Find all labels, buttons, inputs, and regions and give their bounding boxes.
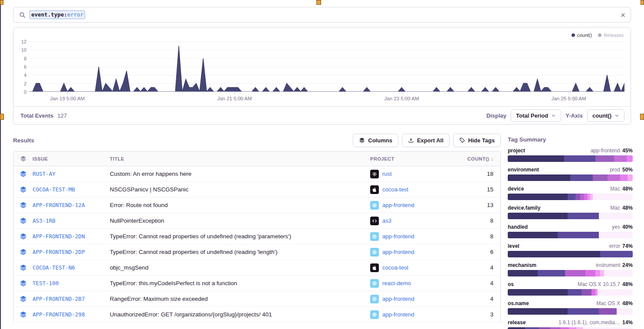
tag-bar-segment[interactable] bbox=[627, 155, 633, 162]
tag-bar-segment[interactable] bbox=[508, 289, 568, 296]
tag-bar-segment[interactable] bbox=[508, 251, 600, 257]
legend-item[interactable]: Releases bbox=[598, 33, 624, 38]
column-header-count[interactable]: COUNT() ↓ bbox=[462, 156, 500, 161]
project-link[interactable]: cocoa-test bbox=[382, 264, 408, 271]
tag-bar-segment[interactable] bbox=[570, 174, 593, 181]
tag-bar-segment[interactable] bbox=[538, 270, 565, 276]
tag-bar-segment[interactable] bbox=[595, 155, 614, 162]
issue-link[interactable]: COCOA-TEST-MB bbox=[33, 186, 75, 193]
issues-stack-icon[interactable] bbox=[13, 233, 33, 240]
tag-bar-segment[interactable] bbox=[575, 194, 581, 200]
tag-bar-segment[interactable] bbox=[582, 289, 591, 296]
tag-bar-segment[interactable] bbox=[539, 327, 550, 329]
tag-bar-segment[interactable] bbox=[585, 270, 595, 276]
tag-bar-segment[interactable] bbox=[620, 174, 628, 181]
tag-bar-segment[interactable] bbox=[508, 270, 538, 276]
project-link[interactable]: app-frontend bbox=[382, 249, 414, 255]
hide-tags-button[interactable]: Hide Tags bbox=[453, 134, 501, 147]
tag-bar-segment[interactable] bbox=[508, 155, 564, 162]
column-header-project[interactable]: PROJECT bbox=[370, 156, 462, 161]
issue-link[interactable]: COCOA-TEST-N6 bbox=[33, 264, 75, 271]
tag-bar-segment[interactable] bbox=[600, 270, 604, 276]
tag-bar-segment[interactable] bbox=[593, 174, 608, 181]
tag-bar-segment[interactable] bbox=[560, 327, 569, 329]
tag-bar-segment[interactable] bbox=[614, 155, 627, 162]
tag-bar-segment[interactable] bbox=[569, 327, 576, 329]
tag-bar-segment[interactable] bbox=[599, 213, 633, 219]
export-all-button[interactable]: Export All bbox=[402, 134, 450, 147]
tag-bar-segment[interactable] bbox=[580, 194, 584, 200]
tag-bar-segment[interactable] bbox=[583, 327, 633, 329]
tag-bar-segment[interactable] bbox=[508, 327, 525, 329]
close-icon[interactable]: × bbox=[621, 11, 625, 19]
tag-bar-segment[interactable] bbox=[508, 174, 570, 181]
tag-bar-segment[interactable] bbox=[584, 194, 588, 200]
tag-bar-segment[interactable] bbox=[576, 327, 582, 329]
search-bar[interactable]: event.type:error × bbox=[13, 7, 631, 23]
issue-link[interactable]: APP-FRONTEND-2B7 bbox=[33, 296, 85, 302]
issue-link[interactable]: APP-FRONTEND-298 bbox=[33, 311, 85, 318]
tag-bar-segment[interactable] bbox=[568, 213, 599, 219]
tag-bar-segment[interactable] bbox=[628, 174, 633, 181]
tag-bar-segment[interactable] bbox=[608, 174, 620, 181]
project-link[interactable]: as3 bbox=[382, 217, 391, 224]
tag-bar-segment[interactable] bbox=[558, 232, 599, 238]
issues-stack-icon[interactable] bbox=[13, 311, 33, 318]
tag-bar-segment[interactable] bbox=[565, 270, 585, 276]
area-chart-svg[interactable] bbox=[29, 42, 624, 92]
tag-bar-segment[interactable] bbox=[599, 232, 633, 238]
tag-bar[interactable] bbox=[508, 251, 633, 257]
column-header-issue[interactable]: ISSUE bbox=[33, 156, 110, 161]
issue-link[interactable]: APP-FRONTEND-2DP bbox=[33, 249, 85, 255]
tag-bar[interactable] bbox=[508, 174, 633, 181]
issues-stack-icon[interactable] bbox=[13, 248, 33, 256]
tag-bar-segment[interactable] bbox=[508, 232, 558, 238]
tag-bar-segment[interactable] bbox=[593, 194, 633, 200]
issue-link[interactable]: AS3-1RB bbox=[33, 217, 56, 224]
column-header-title[interactable]: TITLE bbox=[110, 156, 370, 161]
project-link[interactable]: cocoa-test bbox=[382, 186, 408, 193]
chart-plot[interactable] bbox=[29, 42, 624, 92]
issues-stack-icon[interactable] bbox=[13, 217, 33, 224]
tag-bar-segment[interactable] bbox=[595, 270, 601, 276]
chart-legend[interactable]: count()Releases bbox=[572, 33, 624, 38]
issues-stack-icon[interactable] bbox=[13, 280, 33, 287]
issue-link[interactable]: TEST-100 bbox=[33, 280, 59, 286]
tag-bar-segment[interactable] bbox=[568, 308, 599, 315]
tag-bar[interactable] bbox=[508, 289, 633, 296]
tag-bar[interactable] bbox=[508, 155, 633, 162]
project-link[interactable]: app-frontend bbox=[382, 233, 414, 240]
tag-bar-segment[interactable] bbox=[591, 289, 595, 296]
selection-handle-right-middle[interactable] bbox=[640, 114, 644, 120]
issue-link[interactable]: APP-FRONTEND-2DN bbox=[33, 233, 85, 240]
project-link[interactable]: rust bbox=[382, 171, 392, 177]
tag-bar-segment[interactable] bbox=[550, 327, 560, 329]
issues-stack-icon[interactable] bbox=[13, 170, 33, 178]
search-query-token[interactable]: event.type:error bbox=[30, 10, 85, 19]
project-link[interactable]: react-demo bbox=[382, 280, 411, 286]
issues-stack-icon[interactable] bbox=[13, 186, 33, 193]
tag-bar[interactable] bbox=[508, 308, 633, 315]
tag-bar[interactable] bbox=[508, 213, 633, 219]
yaxis-dropdown[interactable]: count() bbox=[587, 109, 624, 122]
tag-bar-segment[interactable] bbox=[508, 194, 568, 200]
tag-bar-segment[interactable] bbox=[600, 251, 633, 257]
tag-bar-segment[interactable] bbox=[525, 327, 539, 329]
tag-bar[interactable] bbox=[508, 327, 633, 329]
tag-bar-segment[interactable] bbox=[564, 155, 595, 162]
issues-stack-icon[interactable] bbox=[13, 201, 33, 209]
tag-bar-segment[interactable] bbox=[598, 289, 633, 296]
issue-link[interactable]: RUST-AY bbox=[33, 171, 56, 177]
selection-handle-left-middle[interactable] bbox=[0, 114, 4, 120]
project-link[interactable]: app-frontend bbox=[382, 296, 414, 302]
tag-bar-segment[interactable] bbox=[599, 308, 616, 315]
tag-bar-segment[interactable] bbox=[604, 270, 633, 276]
issue-link[interactable]: APP-FRONTEND-12A bbox=[33, 202, 85, 208]
tag-bar-segment[interactable] bbox=[568, 194, 575, 200]
tag-bar-segment[interactable] bbox=[617, 308, 633, 315]
tag-bar[interactable] bbox=[508, 270, 633, 276]
project-link[interactable]: app-frontend bbox=[382, 311, 414, 318]
legend-item[interactable]: count() bbox=[572, 33, 592, 38]
tag-bar-segment[interactable] bbox=[508, 308, 568, 315]
issues-stack-icon[interactable] bbox=[13, 264, 33, 271]
